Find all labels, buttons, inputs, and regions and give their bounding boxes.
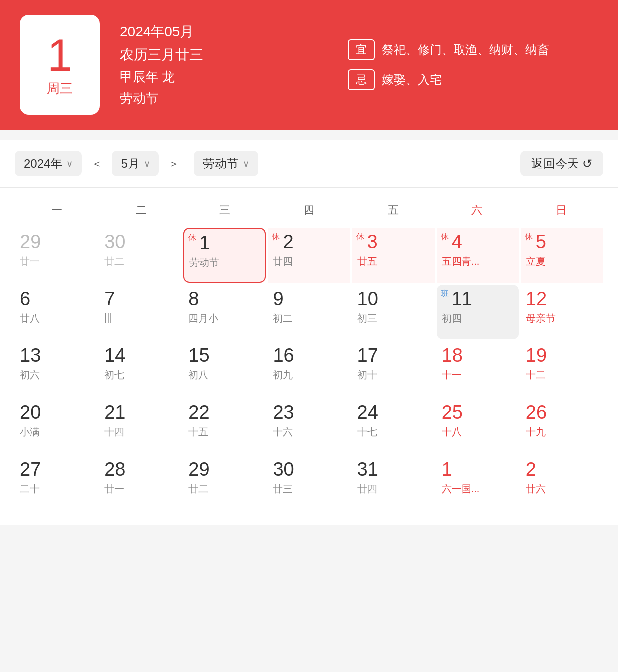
cal-day-14[interactable]: 14 初七: [99, 341, 181, 396]
day-number: 29: [20, 232, 41, 253]
header-info: 2024年05月 农历三月廿三 甲辰年 龙 劳动节: [120, 22, 328, 107]
day-lunar: 廿一: [20, 255, 40, 268]
cal-day-4[interactable]: 休 4 五四青...: [437, 228, 519, 283]
month-selector[interactable]: 5月 ∨: [112, 151, 158, 176]
cal-day-19[interactable]: 19 十二: [521, 341, 603, 396]
cal-day-6[interactable]: 6 廿八: [15, 285, 97, 339]
header-almanac: 宜 祭祀、修门、取渔、纳财、纳畜 忌 嫁娶、入宅: [348, 39, 598, 90]
holiday-badge: 休: [272, 232, 280, 242]
cal-day-28[interactable]: 28 廿一: [99, 455, 181, 510]
cal-day-27[interactable]: 27 二十: [15, 455, 97, 510]
prev-month-button[interactable]: ＜: [87, 154, 107, 173]
work-badge: 班: [441, 289, 449, 299]
holiday-badge: 休: [356, 232, 364, 242]
year-selector[interactable]: 2024年 ∨: [15, 151, 82, 176]
cal-day-31[interactable]: 31 廿四: [352, 455, 435, 510]
cal-day-15[interactable]: 15 初八: [183, 341, 266, 396]
day-number: 20: [20, 402, 41, 423]
day-lunar: 劳动节: [189, 256, 219, 269]
day-number: 21: [104, 402, 125, 423]
return-today-button[interactable]: 返回今天 ↺: [520, 151, 603, 176]
festival-label: 劳动节: [203, 156, 239, 171]
day-lunar: 母亲节: [526, 312, 556, 325]
day-lunar: 二十: [20, 482, 40, 496]
cal-day-1[interactable]: 休 1 劳动节: [183, 228, 266, 283]
festival-selector[interactable]: 劳动节 ∨: [194, 151, 258, 176]
day-number: 16: [273, 345, 294, 366]
cal-day-2[interactable]: 休 2 廿四: [268, 228, 350, 283]
day-number: 29: [188, 459, 209, 480]
cal-day-11[interactable]: 班 11 初四: [437, 285, 519, 339]
cal-day-22[interactable]: 22 十五: [183, 398, 266, 453]
day-number: 13: [20, 345, 41, 366]
day-number: 1: [442, 459, 452, 480]
day-number: 6: [20, 289, 30, 310]
day-number: 7: [104, 289, 115, 310]
cal-day-23[interactable]: 23 十六: [268, 398, 350, 453]
weekday-thu: 四: [267, 198, 351, 223]
cal-day-30[interactable]: 30 廿三: [268, 455, 350, 510]
date-badge-weekday: 周三: [47, 80, 73, 97]
date-badge: 1 周三: [20, 15, 100, 115]
weekday-wed: 三: [183, 198, 267, 223]
day-lunar: 十四: [104, 425, 124, 439]
date-badge-day: 1: [47, 33, 72, 78]
next-month-button[interactable]: ＞: [164, 154, 184, 173]
cal-day-8[interactable]: 8 四月小: [183, 285, 266, 339]
cal-day-21[interactable]: 21 十四: [99, 398, 181, 453]
day-lunar: 六一国...: [442, 482, 480, 496]
holiday-badge: 休: [188, 233, 196, 243]
cal-day-2-jun[interactable]: 2 廿六: [521, 455, 603, 510]
day-lunar: 十六: [273, 425, 293, 439]
cal-day-18[interactable]: 18 十一: [437, 341, 519, 396]
header-ganzhi: 甲辰年 龙: [120, 68, 328, 86]
day-number: 10: [357, 289, 378, 310]
cal-day-29[interactable]: 29 廿二: [183, 455, 266, 510]
cal-day-20[interactable]: 20 小满: [15, 398, 97, 453]
day-number: 22: [188, 402, 209, 423]
return-icon: ↺: [582, 157, 592, 170]
cal-day-12[interactable]: 12 母亲节: [521, 285, 603, 339]
day-number: 8: [188, 289, 199, 310]
header-year-month: 2024年05月: [120, 22, 328, 41]
cal-day-1-jun[interactable]: 1 六一国...: [437, 455, 519, 510]
cal-day-26[interactable]: 26 十九: [521, 398, 603, 453]
cal-day-17[interactable]: 17 初十: [352, 341, 435, 396]
day-number: 30: [104, 232, 125, 253]
header-lunar: 农历三月廿三: [120, 45, 328, 64]
day-number: 5: [536, 232, 546, 253]
day-lunar: 小满: [20, 425, 40, 439]
day-number: 12: [526, 289, 547, 310]
day-lunar: |||: [104, 312, 112, 323]
day-number: 3: [367, 232, 378, 253]
day-lunar: 四月小: [188, 312, 218, 325]
cal-day-30-apr[interactable]: 30 廿二: [99, 228, 181, 283]
ji-row: 忌 嫁娶、入宅: [348, 69, 598, 90]
day-lunar: 廿四: [357, 482, 377, 496]
cal-day-5[interactable]: 休 5 立夏: [521, 228, 603, 283]
day-number: 25: [442, 402, 463, 423]
day-number: 27: [20, 459, 41, 480]
day-lunar: 十七: [357, 425, 377, 439]
cal-day-7[interactable]: 7 |||: [99, 285, 181, 339]
cal-day-25[interactable]: 25 十八: [437, 398, 519, 453]
yi-row: 宜 祭祀、修门、取渔、纳财、纳畜: [348, 39, 598, 60]
cal-day-13[interactable]: 13 初六: [15, 341, 97, 396]
day-lunar: 廿三: [273, 482, 293, 496]
yi-badge: 宜: [348, 39, 375, 60]
day-lunar: 初七: [104, 368, 124, 382]
day-number: 2: [526, 459, 536, 480]
cal-day-10[interactable]: 10 初三: [352, 285, 435, 339]
day-lunar: 十九: [526, 425, 546, 439]
day-lunar: 十五: [188, 425, 208, 439]
header: 1 周三 2024年05月 农历三月廿三 甲辰年 龙 劳动节 宜 祭祀、修门、取…: [0, 0, 618, 130]
cal-day-9[interactable]: 9 初二: [268, 285, 350, 339]
cal-day-24[interactable]: 24 十七: [352, 398, 435, 453]
day-lunar: 十八: [442, 425, 462, 439]
year-label: 2024年: [24, 156, 62, 171]
day-lunar: 廿二: [188, 482, 208, 496]
cal-day-29-apr[interactable]: 29 廿一: [15, 228, 97, 283]
day-number: 23: [273, 402, 294, 423]
cal-day-16[interactable]: 16 初九: [268, 341, 350, 396]
cal-day-3[interactable]: 休 3 廿五: [352, 228, 435, 283]
